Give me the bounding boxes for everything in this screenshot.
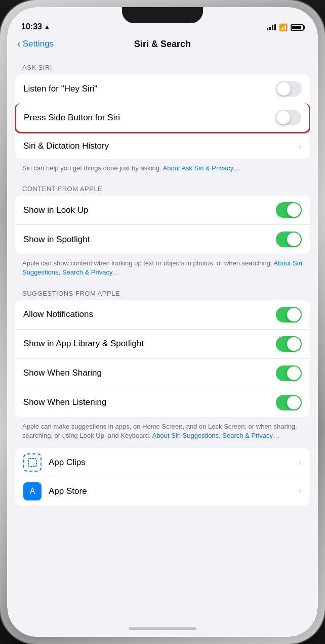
status-right-icons: 📶 bbox=[267, 23, 304, 31]
app-clips-name: App Clips bbox=[49, 457, 299, 468]
show-when-sharing-toggle[interactable] bbox=[276, 365, 302, 381]
content-from-apple-footer: Apple can show content when looking up t… bbox=[15, 255, 310, 285]
app-store-row[interactable]: A App Store › bbox=[15, 477, 310, 505]
app-clips-icon bbox=[23, 453, 42, 472]
home-bar bbox=[129, 627, 196, 630]
svg-text:A: A bbox=[30, 487, 35, 495]
dictation-history-chevron-icon: › bbox=[299, 141, 302, 152]
nav-bar: ‹ Settings Siri & Search bbox=[7, 34, 318, 56]
dictation-history-label: Siri & Dictation History bbox=[23, 141, 299, 151]
apps-group: App Clips › A App Store › bbox=[15, 448, 310, 505]
wifi-icon: 📶 bbox=[279, 23, 288, 31]
show-look-up-row: Show in Look Up bbox=[15, 196, 310, 224]
ask-siri-footer: Siri can help you get things done just b… bbox=[15, 160, 310, 181]
ask-siri-group: Listen for "Hey Siri" Press Side Button … bbox=[15, 74, 310, 159]
suggestions-from-apple-group: Allow Notifications Show in App Library … bbox=[15, 300, 310, 417]
phone-inner: 10:33 ▲ 📶 bbox=[7, 7, 318, 637]
dictation-history-row[interactable]: Siri & Dictation History › bbox=[15, 133, 310, 159]
back-label: Settings bbox=[23, 39, 54, 49]
content-from-apple-group: Show in Look Up Show in Spotlight bbox=[15, 196, 310, 254]
phone-frame: 10:33 ▲ 📶 bbox=[0, 0, 325, 644]
show-look-up-label: Show in Look Up bbox=[23, 205, 276, 215]
signal-icon bbox=[267, 24, 276, 30]
show-app-library-spotlight-toggle[interactable] bbox=[276, 336, 302, 352]
content-area: ASK SIRI Listen for "Hey Siri" Press Sid… bbox=[7, 56, 318, 620]
ask-siri-section-label: ASK SIRI bbox=[15, 60, 310, 74]
show-spotlight-row: Show in Spotlight bbox=[15, 224, 310, 254]
status-time: 10:33 ▲ bbox=[21, 22, 50, 31]
show-when-sharing-label: Show When Sharing bbox=[23, 368, 276, 378]
app-clips-chevron-icon: › bbox=[299, 457, 302, 468]
app-store-icon: A bbox=[23, 482, 42, 500]
show-spotlight-toggle[interactable] bbox=[276, 232, 302, 247]
status-bar: 10:33 ▲ 📶 bbox=[7, 7, 318, 34]
app-clips-row[interactable]: App Clips › bbox=[15, 448, 310, 477]
show-spotlight-label: Show in Spotlight bbox=[23, 235, 276, 245]
allow-notifications-toggle[interactable] bbox=[276, 307, 302, 323]
back-button[interactable]: ‹ Settings bbox=[17, 38, 54, 50]
hey-siri-toggle[interactable] bbox=[276, 81, 302, 97]
show-app-library-spotlight-label: Show in App Library & Spotlight bbox=[23, 339, 276, 349]
suggestions-from-apple-label: SUGGESTIONS FROM APPLE bbox=[15, 286, 310, 300]
hey-siri-row: Listen for "Hey Siri" bbox=[15, 74, 310, 103]
allow-notifications-row: Allow Notifications bbox=[15, 300, 310, 329]
show-when-listening-row: Show When Listening bbox=[15, 388, 310, 417]
location-icon: ▲ bbox=[44, 23, 50, 30]
back-chevron-icon: ‹ bbox=[17, 38, 21, 50]
show-app-library-spotlight-row: Show in App Library & Spotlight bbox=[15, 329, 310, 358]
show-when-sharing-row: Show When Sharing bbox=[15, 358, 310, 388]
screen: 10:33 ▲ 📶 bbox=[7, 7, 318, 637]
show-when-listening-label: Show When Listening bbox=[23, 397, 276, 407]
content-from-apple-label: CONTENT FROM APPLE bbox=[15, 181, 310, 196]
battery-icon bbox=[291, 24, 304, 31]
home-indicator bbox=[7, 620, 318, 637]
page-title: Siri & Search bbox=[134, 39, 191, 50]
show-when-listening-toggle[interactable] bbox=[276, 395, 302, 410]
siri-suggestions-search-privacy-link-2[interactable]: About Siri Suggestions, Search & Privacy… bbox=[152, 432, 279, 439]
siri-suggestions-search-privacy-link-1[interactable]: About Siri Suggestions, Search & Privacy… bbox=[22, 259, 302, 276]
app-store-name: App Store bbox=[49, 486, 299, 496]
app-store-chevron-icon: › bbox=[299, 486, 302, 496]
allow-notifications-label: Allow Notifications bbox=[23, 309, 276, 319]
show-look-up-toggle[interactable] bbox=[276, 202, 302, 218]
suggestions-from-apple-footer: Apple can make suggestions in apps, on H… bbox=[15, 418, 310, 448]
press-side-button-toggle[interactable] bbox=[275, 110, 301, 125]
ask-siri-privacy-link[interactable]: About Ask Siri & Privacy… bbox=[163, 164, 240, 172]
svg-rect-0 bbox=[28, 458, 36, 467]
notch bbox=[122, 7, 203, 23]
hey-siri-label: Listen for "Hey Siri" bbox=[23, 84, 276, 94]
press-side-button-label: Press Side Button for Siri bbox=[24, 113, 275, 123]
press-side-button-row: Press Side Button for Siri bbox=[15, 103, 310, 133]
